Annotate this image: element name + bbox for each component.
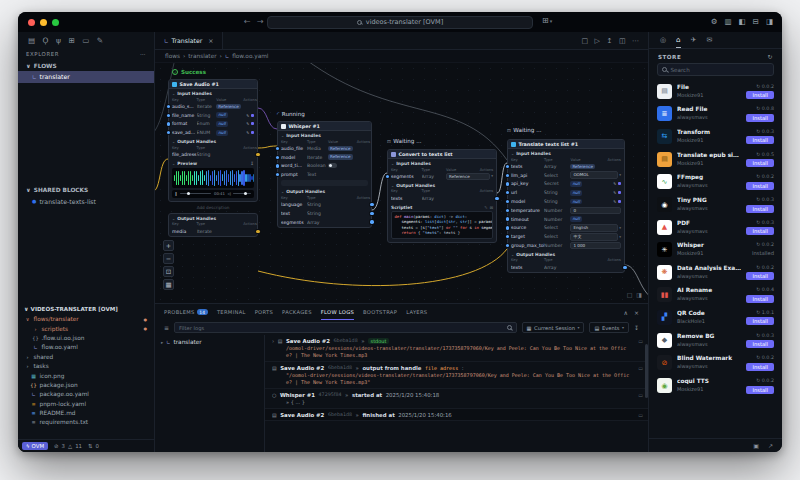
share-icon[interactable]: ↗ xyxy=(768,442,773,449)
apps-menu-button[interactable]: ⊞ ▾ xyxy=(542,16,552,25)
seek-slider[interactable] xyxy=(180,193,212,194)
file-tree-item[interactable]: › scriptlets ● xyxy=(18,324,154,333)
export-icon[interactable]: ↥ xyxy=(607,37,613,45)
tab-translater[interactable]: ∟ Translater × xyxy=(155,32,223,49)
files-icon[interactable]: ▤ xyxy=(28,36,35,45)
project-root[interactable]: ∨ VIDEOS-TRANSLATER [OVM] xyxy=(18,304,154,315)
node-input-row[interactable]: audio_fileMedia Reference xyxy=(278,144,371,153)
install-button[interactable]: Install xyxy=(746,386,774,394)
file-tree-item[interactable]: ∟ package.oo.yaml xyxy=(18,390,154,399)
copy-log-icon[interactable]: ▭ xyxy=(638,338,643,344)
toggle-bottom-panel-icon[interactable]: ⊟ xyxy=(753,16,759,28)
copy-log-icon[interactable]: ▭ xyxy=(638,392,643,398)
install-button[interactable]: Install xyxy=(746,136,774,144)
node-input-row[interactable]: temperatureNumber 0 xyxy=(508,206,624,215)
panel-tab[interactable]: PORTS xyxy=(255,304,273,320)
run-flow-icon[interactable]: ▷ xyxy=(595,37,600,45)
edit-value-icon[interactable]: ✎ xyxy=(246,130,254,135)
panel-tab[interactable]: LAYERS xyxy=(406,304,427,320)
collapse-panel-icon[interactable]: ∧ xyxy=(624,309,628,316)
install-button[interactable]: Install xyxy=(746,295,774,303)
expand-code-icon[interactable]: ⊡ xyxy=(490,205,493,210)
file-tree-item[interactable]: ▦ icon.png xyxy=(18,371,154,380)
filter-logs-input[interactable]: Filter logs xyxy=(174,322,517,333)
node-output-row[interactable]: textsArray xyxy=(508,263,624,272)
flow-node-whisper[interactable]: Whisper #1 ⌄Input Handles KeyTypeValueAc… xyxy=(277,121,372,228)
log-entry[interactable]: › ▤ Save Audio #2 6beba1d8 » stdout xyxy=(265,335,648,362)
toggle-right-panel-icon[interactable]: ◨ xyxy=(766,16,773,28)
node-input-row[interactable]: api_keySecret null ✎ xyxy=(508,180,624,189)
file-tree-item[interactable]: › tasks xyxy=(18,361,154,370)
minimize-window-button[interactable] xyxy=(40,19,47,26)
ovm-badge[interactable]: ϟ OVM xyxy=(22,442,48,450)
install-button[interactable]: Install xyxy=(746,272,774,280)
toggle-left-panel-icon[interactable]: ◧ xyxy=(739,16,746,28)
install-button[interactable]: Install xyxy=(746,227,774,235)
store-item[interactable]: ▤ Translate epub side by ... Moskize91 ↻… xyxy=(657,148,774,171)
file-tree-item[interactable]: ∨ flows/translater ● xyxy=(18,315,154,324)
shared-blocks-section-header[interactable]: ∨ SHARED BLOCKS xyxy=(18,185,154,196)
feedback-icon[interactable]: ✉ xyxy=(706,32,712,48)
node-input-row[interactable]: modelString null ✎ xyxy=(508,197,624,206)
close-panel-icon[interactable]: × xyxy=(634,309,639,316)
log-list[interactable]: › ▤ Save Audio #2 6beba1d8 » stdout xyxy=(265,335,648,452)
install-button[interactable]: Install xyxy=(746,363,774,371)
layout-grid-button[interactable]: ▦ xyxy=(163,279,174,290)
volume-icon[interactable]: ◁ xyxy=(227,191,230,196)
install-button[interactable]: Install xyxy=(746,114,774,122)
fullscreen-icon[interactable]: □ xyxy=(627,291,633,298)
file-tree-item[interactable]: ≡ pnpm-lock.yaml xyxy=(18,399,154,408)
split-columns-icon[interactable]: ▥ xyxy=(724,16,731,28)
node-input-row[interactable]: llm_apiSelect OOMOL▾ xyxy=(508,171,624,180)
edit-code-icon[interactable]: ✎ xyxy=(484,205,487,210)
file-tree-item[interactable]: › shared xyxy=(18,352,154,361)
problems-status[interactable]: ⊘3 △11 xyxy=(54,443,82,449)
node-input-row[interactable]: sourceSelect English▾ xyxy=(508,224,624,233)
forward-button[interactable]: → xyxy=(257,16,264,28)
audio-player[interactable]: ‖ 00:41 ◁ xyxy=(172,190,254,198)
install-button[interactable]: Install xyxy=(746,91,774,99)
edit-value-icon[interactable]: ✎ xyxy=(246,113,254,118)
node-input-row[interactable]: modelIterate Reference xyxy=(278,153,371,162)
more-actions-icon[interactable]: ⋯ xyxy=(632,37,639,45)
install-button[interactable]: Install xyxy=(746,182,774,190)
edit-value-icon[interactable]: ✎ xyxy=(613,181,621,186)
scriptlet-code[interactable]: def main(params: dict) -> dict: segments… xyxy=(391,211,493,239)
flow-node-convert[interactable]: Convert to texts list ⌄Input Handles Key… xyxy=(387,149,497,243)
filter-icon[interactable]: ≡ xyxy=(164,324,169,331)
node-input-row[interactable]: targetSelect 中文▾ xyxy=(508,232,624,241)
store-item[interactable]: ◆ Remove BG alwaysmavs ↻0.0.3 Install xyxy=(657,329,774,352)
copy-log-icon[interactable]: ▭ xyxy=(638,412,643,418)
store-icon[interactable]: ⌂ xyxy=(676,32,680,48)
node-output-row[interactable]: languageString xyxy=(278,200,371,209)
node-output-row[interactable]: segmentsArray xyxy=(278,218,371,227)
settings-gear-icon[interactable]: ⚙ xyxy=(711,16,718,28)
layout-icon[interactable]: □ xyxy=(581,37,588,45)
node-input-row[interactable]: file_nameString null ✎ xyxy=(169,111,257,120)
file-tree-item[interactable]: {} .flow.ui.oo.json xyxy=(18,333,154,342)
edit-value-icon[interactable]: ✎ xyxy=(246,121,254,126)
store-item[interactable]: ▤ File Moskize91 ↻0.0.2 Install xyxy=(657,80,774,103)
store-item[interactable]: ▮▮ AI Rename alwaysmavs ↻0.0.4 Install xyxy=(657,284,774,307)
panel-tab[interactable]: TERMINAL xyxy=(217,304,246,320)
command-center[interactable]: videos-translater [OVM] xyxy=(267,16,533,29)
store-item[interactable]: ≣ Read File alwaysmavs ↻0.0.8 Install xyxy=(657,103,774,126)
node-input-row[interactable]: segmentsArray Reference▾ xyxy=(388,172,496,181)
sidebar-item-shared-block[interactable]: ● translate-texts-list xyxy=(18,196,154,208)
search-icon[interactable]: Ϙ xyxy=(43,36,49,45)
back-button[interactable]: ← xyxy=(244,16,251,28)
zoom-in-button[interactable]: + xyxy=(163,240,174,251)
store-item[interactable]: ✳ Whisper Moskize91 ↻0.0.2 Installed xyxy=(657,239,774,261)
node-input-row[interactable]: save_ad...ENUM null ✎ xyxy=(169,128,257,137)
file-tree-item[interactable]: ∟ flow.oo.yaml xyxy=(18,343,154,352)
node-input-row[interactable]: textsArray Reference xyxy=(508,162,624,171)
split-editor-icon[interactable]: ◫ xyxy=(619,37,626,45)
node-input-row[interactable]: promptText xyxy=(278,170,371,179)
install-button[interactable]: Install xyxy=(746,159,774,167)
node-extra-outputs[interactable]: ⌄Output Handles KeyTypeActions mediaIter… xyxy=(168,213,258,237)
log-tree-item[interactable]: ▸ ∟ translater xyxy=(161,339,258,345)
node-input-row[interactable]: audio_s...Iterate Reference xyxy=(169,102,257,111)
flow-canvas[interactable]: ✓ Success Save Audio #1 ⌄Input Handles K… xyxy=(155,63,648,303)
events-select[interactable]: ▤ Events ▾ xyxy=(589,322,629,333)
zoom-out-button[interactable]: − xyxy=(163,253,174,264)
